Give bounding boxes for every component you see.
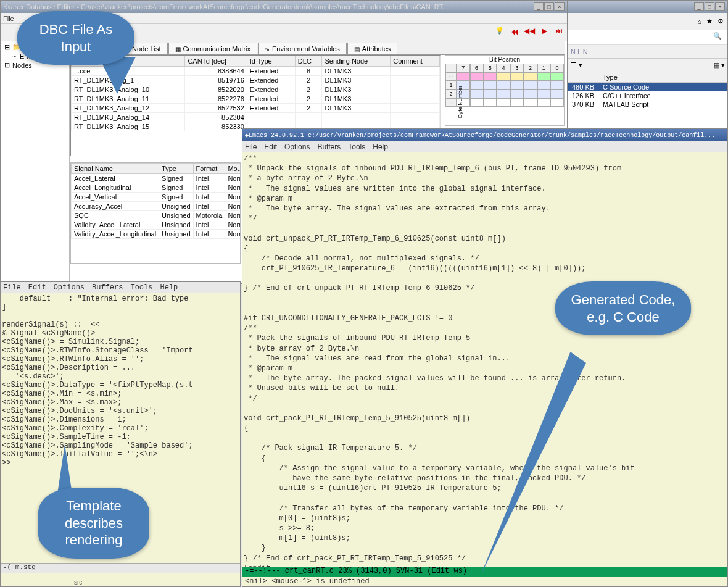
menu-edit[interactable]: Edit — [28, 283, 46, 292]
bit-position-panel: Bit Position 765432100123 Byte Number — [445, 55, 565, 126]
column-header[interactable]: Type — [159, 164, 193, 174]
table-row[interactable]: Validity_Accel_LateralUnsignedIntelNorm — [72, 220, 241, 230]
table-row[interactable]: RT_DL1MK3_Analog_118522276Extended2DL1MK… — [72, 94, 440, 104]
column-header[interactable]: Signal Name — [72, 164, 159, 174]
view-grid-icon[interactable]: ▦ ▾ — [713, 61, 725, 69]
menu-options[interactable]: Options — [284, 143, 310, 151]
column-header[interactable]: CAN Id [dec] — [185, 56, 247, 67]
view-list-icon[interactable]: ☰ ▾ — [571, 61, 582, 69]
files-list[interactable]: 480 KBC Source Code126 KBC/C++ Interface… — [568, 83, 727, 109]
emacs-tpl-status: -( m.stg — [1, 563, 240, 573]
table-row[interactable]: SQCUnsignedMotorolaNorm — [72, 211, 241, 220]
table-row[interactable]: RT_DL1MK3_Analog_14852304 — [72, 113, 440, 122]
signal-table[interactable]: Signal NameTypeFormatMo... Accel_Lateral… — [70, 162, 241, 264]
matrix-icon: ▦ — [175, 46, 181, 52]
lightbulb-icon[interactable]: 💡 — [494, 27, 505, 38]
emacs-gen-minibuffer: <nil> <mouse-1> is undefined — [242, 577, 727, 586]
menu-file[interactable]: File — [245, 143, 257, 151]
file-row[interactable]: 126 KBC/C++ Interface — [568, 91, 727, 100]
maximize-button[interactable]: □ — [544, 2, 554, 11]
menu-help[interactable]: Help — [373, 143, 388, 151]
table-row[interactable]: Accuracy_AccelUnsignedIntelNorm — [72, 202, 241, 211]
min-button[interactable]: _ — [694, 2, 704, 11]
col-size[interactable] — [572, 73, 603, 81]
callout-template: Template describes rendering — [38, 488, 149, 559]
byte-number-label: Byte Number — [457, 86, 463, 119]
table-row[interactable]: RT_DL1MK3_Analog_108522020Extended2DL1MK… — [72, 85, 440, 94]
next-icon[interactable]: ▶ — [539, 27, 550, 38]
src-label: src — [74, 579, 82, 586]
search-icon[interactable]: 🔍 — [711, 32, 724, 43]
emacs-gen-content[interactable]: /** * Unpack the signals of inbound PDU … — [242, 152, 727, 575]
column-header[interactable]: DLC — [295, 56, 322, 67]
emacs-gen-titlebar[interactable]: ◆ Emacs 24.0.92.1 c:/user/vranken/projec… — [242, 129, 727, 141]
tree-panel: ⊞📁 ~Environm ⊞Nodes — [1, 41, 70, 283]
home-icon[interactable]: ⌂ — [697, 18, 701, 25]
column-header[interactable]: Id Type — [247, 56, 295, 67]
minimize-button[interactable]: _ — [534, 2, 544, 11]
callout-generated-code: Generated Code, e.g. C Code — [555, 281, 691, 335]
menu-file[interactable]: File — [3, 283, 21, 292]
max-button[interactable]: □ — [705, 2, 714, 11]
menu-help[interactable]: Help — [160, 283, 178, 292]
column-header[interactable]: Sending Node — [322, 56, 391, 67]
menu-file[interactable]: File — [3, 15, 14, 22]
files-window: _ □ × ⌂ ★ ⚙ 🔍 N L N ☰ ▾ ▦ ▾ Type 480 KBC… — [568, 0, 728, 128]
files-toolbar: ⌂ ★ ⚙ — [568, 13, 727, 30]
callout-dbc-input: DBC File As Input — [17, 11, 134, 65]
close-button[interactable]: × — [715, 2, 725, 11]
col-type[interactable]: Type — [603, 73, 724, 81]
emacs-tpl-menubar: File Edit Options Buffers Tools Help — [1, 282, 240, 293]
attr-icon: ▤ — [354, 46, 360, 52]
emacs-gen-title: Emacs 24.0.92.1 c:/user/vranken/projects… — [249, 132, 725, 139]
bit-panel-title: Bit Position — [445, 56, 564, 64]
emacs-gen-menubar: File Edit Options Buffers Tools Help — [242, 141, 727, 152]
rewind-icon[interactable]: ⏮ — [509, 27, 520, 38]
column-header[interactable]: Comment — [391, 56, 440, 67]
table-row[interactable]: RT_DL1MK3_Analog_128522532Extended2DL1MK… — [72, 104, 440, 113]
menu-edit[interactable]: Edit — [264, 143, 277, 151]
table-row[interactable]: Accel_VerticalSignedIntelNorm — [72, 193, 241, 202]
menu-tools[interactable]: Tools — [130, 283, 152, 292]
file-row[interactable]: 370 KBMATLAB Script — [568, 100, 727, 109]
prev-icon[interactable]: ◀◀ — [524, 27, 535, 38]
menu-buffers[interactable]: Buffers — [317, 143, 341, 151]
table-row[interactable]: Accel_LongitudinalSignedIntelNorm — [72, 183, 241, 193]
env-icon: ∿ — [265, 46, 270, 52]
kvaser-title: Kvaser Database Editor - C:\user\vranken… — [3, 3, 534, 10]
tab-attrs[interactable]: ▤Attributes — [347, 43, 397, 54]
file-row[interactable]: 480 KBC Source Code — [568, 83, 727, 91]
files-titlebar[interactable]: _ □ × — [568, 1, 727, 13]
emacs-gen-status: -=--:--- crt_canRT.c 23% (3143,0) SVN-31… — [242, 567, 727, 577]
table-row[interactable]: RT_DL1MK3_...g_18519716Extended2DL1MK3 — [72, 76, 440, 85]
menu-options[interactable]: Options — [54, 283, 85, 292]
emacs-tpl-content[interactable]: default : "Internal error: Bad type ] re… — [1, 293, 240, 468]
gear-icon[interactable]: ⚙ — [718, 17, 724, 25]
files-search-bar: 🔍 — [568, 30, 727, 45]
column-header[interactable]: Format — [193, 164, 225, 174]
menu-tools[interactable]: Tools — [348, 143, 365, 151]
tab-commatrix[interactable]: ▦Communication Matrix — [168, 43, 257, 54]
close-button[interactable]: × — [555, 2, 565, 11]
tab-envvars[interactable]: ∿Environment Variables — [258, 43, 347, 54]
nav-icons[interactable]: N L N — [571, 48, 588, 56]
table-row[interactable]: Accel_LateralSignedIntelNorm — [72, 174, 241, 183]
tab-strip: ▣Signals ▣Node List ▦Communication Matri… — [70, 41, 565, 55]
star-icon[interactable]: ★ — [706, 17, 713, 25]
table-row[interactable]: Validity_Accel_LongitudinalUnsignedIntel… — [72, 230, 241, 239]
menu-buffers[interactable]: Buffers — [92, 283, 123, 292]
fwd-icon[interactable]: ⏭ — [553, 27, 565, 38]
column-header[interactable]: Mo... — [225, 164, 241, 174]
emacs-gen-window: ◆ Emacs 24.0.92.1 c:/user/vranken/projec… — [242, 128, 728, 587]
